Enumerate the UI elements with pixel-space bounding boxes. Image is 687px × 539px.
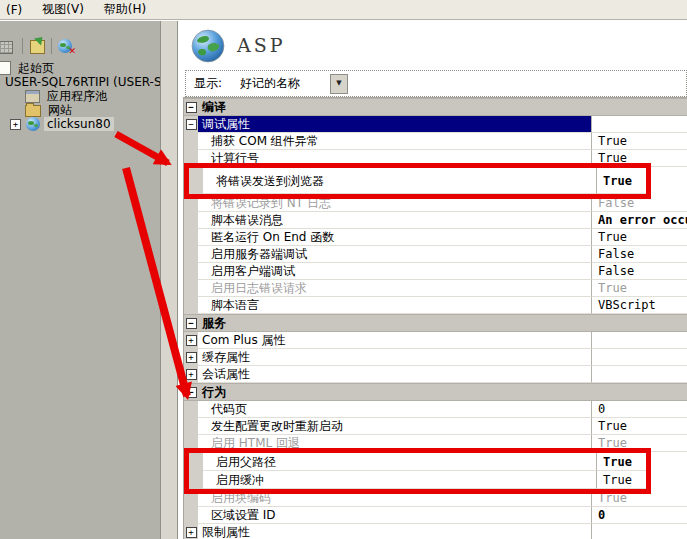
- property-value: [591, 349, 687, 366]
- property-row[interactable]: 匿名运行 On End 函数True: [184, 229, 687, 246]
- menu-bar: (F) 视图(V) 帮助(H): [0, 0, 687, 20]
- connections-toolbar: ✕: [0, 35, 74, 57]
- property-value: True: [596, 471, 646, 489]
- property-value: An error occur: [591, 212, 687, 229]
- property-name: 代码页: [198, 401, 591, 418]
- property-name: 区域设置 ID: [198, 507, 591, 524]
- group-row[interactable]: −编译: [184, 98, 687, 116]
- expand-box-icon[interactable]: +: [186, 369, 197, 380]
- property-value: True: [591, 418, 687, 435]
- toolbar-separator: [22, 38, 23, 54]
- property-row[interactable]: 区域设置 ID0: [184, 507, 687, 524]
- asp-page-globe-icon: [191, 29, 225, 63]
- annotation-red-box: 将错误发送到浏览器True: [184, 163, 651, 199]
- property-row[interactable]: 启用服务器端调试False: [184, 246, 687, 263]
- property-value: True: [596, 453, 646, 471]
- group-row[interactable]: −服务: [184, 314, 687, 332]
- collapse-box-icon[interactable]: −: [186, 119, 197, 130]
- expand-box-icon[interactable]: +: [186, 352, 197, 363]
- property-value: True: [591, 280, 687, 297]
- subgroup-row[interactable]: +Com Plus 属性: [184, 332, 687, 349]
- row-gutter: +: [184, 524, 198, 539]
- delete-connection-globe-icon[interactable]: ✕: [58, 38, 74, 54]
- row-gutter: −: [184, 384, 198, 400]
- application-pools-icon: [25, 90, 40, 103]
- asp-settings-panel: ASP 显示: 好记的名称 ▼ −编译−调试属性捕获 COM 组件异常True计…: [179, 21, 687, 539]
- subgroup-row[interactable]: +缓存属性: [184, 349, 687, 366]
- subgroup-row[interactable]: +会话属性: [184, 366, 687, 383]
- row-gutter: [184, 507, 198, 524]
- row-gutter: −: [184, 116, 198, 133]
- row-gutter: +: [184, 366, 198, 383]
- property-name: 缓存属性: [198, 349, 591, 366]
- property-row[interactable]: 脚本语言VBScript: [184, 297, 687, 314]
- save-connections-icon[interactable]: [29, 38, 45, 54]
- expand-box-icon[interactable]: +: [186, 527, 197, 538]
- property-row[interactable]: 将错误发送到浏览器True: [189, 168, 646, 194]
- property-value: True: [591, 229, 687, 246]
- property-name: Com Plus 属性: [198, 332, 591, 349]
- menu-help[interactable]: 帮助(H): [104, 1, 146, 18]
- property-row[interactable]: 代码页0: [184, 401, 687, 418]
- display-mode-value: 好记的名称: [240, 75, 300, 92]
- tree-item[interactable]: USER-SQL76RTIPI (USER-SQL76: [0, 75, 160, 89]
- property-name: 启用缓冲: [203, 471, 596, 489]
- display-dropdown-button[interactable]: ▼: [330, 74, 348, 94]
- row-gutter: −: [184, 99, 198, 115]
- tree-item-label[interactable]: 网站: [45, 103, 75, 117]
- row-gutter: −: [184, 315, 198, 331]
- connection-keyboard-icon[interactable]: [0, 38, 16, 54]
- page-title: ASP: [237, 34, 286, 56]
- menu-file[interactable]: (F): [6, 3, 22, 17]
- property-name: 启用父路径: [203, 453, 596, 471]
- property-value: VBScript: [591, 297, 687, 314]
- collapse-box-icon[interactable]: −: [186, 387, 197, 398]
- display-bar: 显示: 好记的名称 ▼: [185, 70, 687, 97]
- property-row[interactable]: 启用日志错误请求True: [184, 280, 687, 297]
- collapse-box-icon[interactable]: −: [186, 102, 197, 113]
- asp-property-grid: −编译−调试属性捕获 COM 组件异常True计算行号True将错误发送到浏览器…: [183, 97, 687, 539]
- row-gutter: [184, 418, 198, 435]
- tree-item[interactable]: 网站: [0, 103, 160, 117]
- row-gutter: [184, 280, 198, 297]
- property-row[interactable]: 脚本错误消息An error occur: [184, 212, 687, 229]
- property-row[interactable]: 捕获 COM 组件异常True: [184, 133, 687, 150]
- property-value: [591, 366, 687, 383]
- row-gutter: [184, 229, 198, 246]
- property-name: 启用服务器端调试: [198, 246, 591, 263]
- property-value: 0: [591, 507, 687, 524]
- row-gutter: [184, 263, 198, 280]
- property-name: 限制属性: [198, 524, 591, 539]
- panel-splitter[interactable]: [160, 21, 178, 539]
- property-row[interactable]: 发生配置更改时重新启动True: [184, 418, 687, 435]
- group-row[interactable]: −行为: [184, 383, 687, 401]
- subgroup-row[interactable]: +限制属性: [184, 524, 687, 539]
- tree-item-label[interactable]: 起始页: [15, 61, 57, 75]
- tree-item-label[interactable]: USER-SQL76RTIPI (USER-SQL76: [2, 75, 160, 89]
- property-value: [591, 116, 687, 133]
- tree-item[interactable]: +clicksun80: [0, 117, 160, 131]
- property-row[interactable]: 启用客户端调试False: [184, 263, 687, 280]
- property-value: 0: [591, 401, 687, 418]
- tree-item-label[interactable]: 应用程序池: [44, 89, 110, 103]
- row-gutter: +: [184, 349, 198, 366]
- expand-box-icon[interactable]: +: [10, 119, 21, 130]
- property-name: 调试属性: [198, 116, 591, 133]
- property-name: 发生配置更改时重新启动: [198, 418, 591, 435]
- tree-item-label[interactable]: clicksun80: [44, 117, 114, 131]
- property-name: 行为: [198, 384, 226, 400]
- property-value: [591, 524, 687, 539]
- property-row[interactable]: 启用父路径True: [189, 453, 646, 471]
- tree-item[interactable]: 起始页: [0, 61, 160, 75]
- subgroup-row[interactable]: −调试属性: [184, 116, 687, 133]
- row-gutter: +: [184, 332, 198, 349]
- property-value: True: [596, 168, 646, 194]
- menu-view[interactable]: 视图(V): [42, 1, 84, 18]
- tree-item[interactable]: 应用程序池: [0, 89, 160, 103]
- expand-box-icon[interactable]: +: [186, 335, 197, 346]
- row-gutter: [189, 168, 203, 194]
- property-row[interactable]: 启用缓冲True: [189, 471, 646, 489]
- collapse-box-icon[interactable]: −: [186, 318, 197, 329]
- row-gutter: [184, 297, 198, 314]
- row-gutter: [184, 212, 198, 229]
